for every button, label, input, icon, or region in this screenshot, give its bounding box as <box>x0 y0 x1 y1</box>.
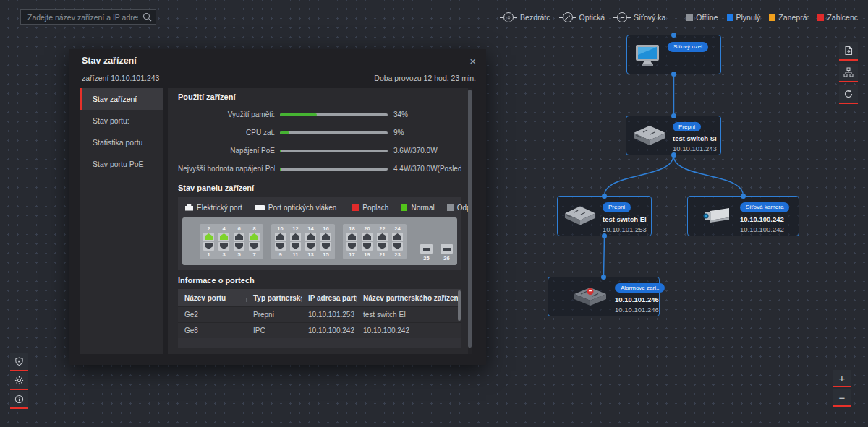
node-name: 10.10.101.246 <box>615 296 665 303</box>
legend-label: Síťový ka <box>634 13 665 22</box>
node-badge: Síťová kamera <box>740 202 789 212</box>
port-24[interactable] <box>392 233 403 241</box>
topology-layout-icon <box>843 67 854 77</box>
topology-node-switch-si[interactable]: Prepni test switch SI 10.10.101.243 <box>626 116 721 155</box>
section-title-usage: Použití zařízení <box>178 92 461 101</box>
table-cell: 10.10.100.242 <box>357 327 461 335</box>
port-number: 16 <box>323 225 328 232</box>
refresh-button[interactable] <box>839 85 858 104</box>
port-1[interactable] <box>203 242 214 251</box>
zoom-out-button[interactable]: − <box>833 389 851 407</box>
port-17[interactable] <box>346 242 357 251</box>
port-12[interactable] <box>290 233 301 241</box>
port-23[interactable] <box>392 242 403 251</box>
wireless-link-icon <box>500 12 517 22</box>
port-number: 3 <box>222 251 225 258</box>
status-color-swatch <box>769 14 775 21</box>
node-badge: Síťový uzel <box>668 42 708 52</box>
node-name: test switch SI <box>673 134 717 142</box>
metric-cpu: CPU zat. 9% <box>178 124 461 142</box>
port-14[interactable] <box>305 233 316 241</box>
legend-wireless-link: Bezdrátc <box>500 12 550 22</box>
topology-node-camera[interactable]: Síťová kamera 10.10.100.242 10.10.100.24… <box>687 196 799 236</box>
port-column: 65 <box>234 225 244 258</box>
uptime-label: Doba provozu 12 hod. 23 min. <box>374 74 476 82</box>
switch-icon <box>633 125 666 147</box>
right-toolbar <box>839 42 858 104</box>
table-cell: 10.10.100.242 <box>302 327 357 335</box>
optical-port-25[interactable] <box>420 244 433 254</box>
node-ip: 10.10.101.253 <box>603 225 647 233</box>
table-scrollbar[interactable] <box>458 290 461 321</box>
legend-network-cable: Síťový ka <box>613 12 665 22</box>
port-column: 2221 <box>377 225 388 258</box>
port-10[interactable] <box>275 233 286 241</box>
port-number: 15 <box>323 251 328 258</box>
status-color-swatch <box>817 14 824 21</box>
settings-button[interactable] <box>10 372 28 390</box>
port-number: 11 <box>293 251 299 258</box>
export-report-button[interactable] <box>839 42 858 61</box>
content-scrollbar[interactable] <box>468 88 472 354</box>
legend-label: Zaneprá: <box>778 13 809 22</box>
close-icon[interactable]: × <box>469 56 476 66</box>
port-7[interactable] <box>249 242 260 251</box>
camera-icon <box>700 206 733 226</box>
topology-node-switch-ei[interactable]: Prepni test switch EI 10.10.101.253 <box>557 196 652 236</box>
nav-item-port-statistics[interactable]: Statistika portu <box>80 131 163 153</box>
port-13[interactable] <box>305 242 316 251</box>
port-group-1: 21436587 <box>200 224 263 259</box>
port-4[interactable] <box>218 233 229 241</box>
alarm-device-icon <box>572 285 608 309</box>
port-panel: 21436587 109121114131615 181720192221242… <box>182 217 457 265</box>
export-report-icon <box>843 46 854 56</box>
port-column: 43 <box>218 225 229 258</box>
optical-port-group: 2526 <box>420 244 453 262</box>
topology-node-network-hub[interactable]: Síťový uzel <box>626 35 721 74</box>
table-row[interactable]: Ge8IPC10.10.100.24210.10.100.242 <box>178 322 461 338</box>
alarm-color-swatch <box>352 204 359 211</box>
port-18[interactable] <box>346 233 357 241</box>
port-3[interactable] <box>218 242 229 251</box>
port-column: 26 <box>441 244 453 262</box>
table-cell: Prepni <box>247 311 302 319</box>
nav-item-device-status[interactable]: Stav zařízení <box>80 88 163 110</box>
legend-label: Plynulý <box>736 13 761 22</box>
port-group-2: 109121114131615 <box>271 224 335 259</box>
topology-node-alarm-device[interactable]: Alarmove zari.. 10.10.101.246 10.10.101.… <box>548 277 660 316</box>
port-2[interactable] <box>203 233 214 241</box>
nav-item-port-status[interactable]: Stav portu: <box>80 110 163 131</box>
port-6[interactable] <box>234 233 244 241</box>
port-11[interactable] <box>290 242 301 251</box>
port-column: 2019 <box>362 225 373 258</box>
port-16[interactable] <box>320 233 331 241</box>
port-number: 26 <box>443 255 449 262</box>
switch-icon <box>564 205 596 227</box>
port-5[interactable] <box>234 242 244 251</box>
port-20[interactable] <box>362 233 373 241</box>
memory-usage-bar <box>280 113 388 116</box>
port-number: 8 <box>252 225 255 232</box>
node-badge: Prepni <box>603 202 631 212</box>
port-number: 10 <box>277 225 283 232</box>
bottom-left-toolbar <box>10 353 28 409</box>
security-button[interactable] <box>10 353 28 371</box>
nav-item-poe-port-status[interactable]: Stav portu PoE <box>80 153 163 175</box>
legend-electrical-port: Elektrický port <box>185 204 242 212</box>
optical-port-26[interactable] <box>441 244 453 254</box>
table-row[interactable]: Ge2Prepni10.10.101.253test switch EI <box>178 306 461 322</box>
port-15[interactable] <box>320 242 331 251</box>
topology-layout-button[interactable] <box>839 64 858 82</box>
device-status-modal: Stav zařízení × zařízení 10.10.101.243 D… <box>69 49 486 365</box>
port-9[interactable] <box>275 242 286 251</box>
port-22[interactable] <box>377 233 388 241</box>
search-input[interactable] <box>21 13 142 22</box>
port-number: 2 <box>207 225 210 232</box>
port-21[interactable] <box>377 242 388 251</box>
port-19[interactable] <box>362 242 373 251</box>
zoom-in-button[interactable]: + <box>833 370 851 387</box>
search-icon[interactable] <box>142 12 156 22</box>
port-8[interactable] <box>249 233 260 241</box>
panel-legend: Elektrický port Port optických vláken Po… <box>182 199 457 215</box>
info-button[interactable] <box>10 391 28 409</box>
